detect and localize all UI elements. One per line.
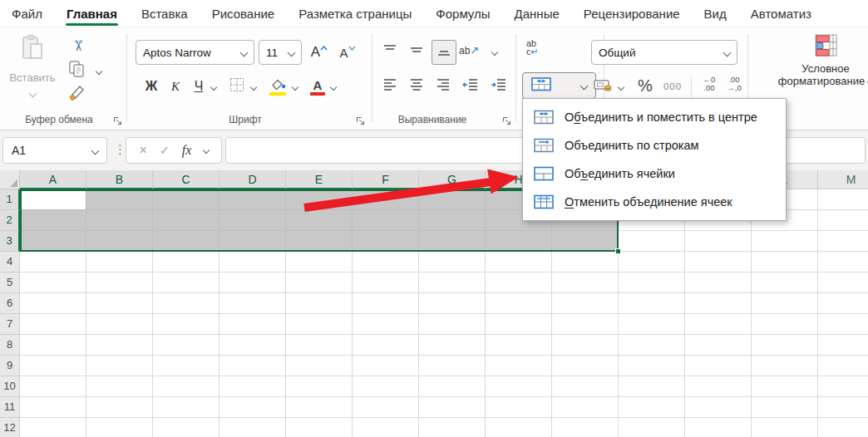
cell-E10[interactable] [286, 376, 353, 397]
name-box[interactable]: A1 [2, 137, 107, 164]
format-painter-button[interactable] [67, 84, 86, 104]
cell-M7[interactable] [818, 314, 868, 335]
cell-C11[interactable] [153, 397, 219, 418]
cell-A4[interactable] [20, 252, 86, 273]
cell-B9[interactable] [86, 356, 153, 376]
italic-button[interactable]: К [166, 76, 185, 97]
cell-A3[interactable] [20, 231, 86, 252]
cell-E9[interactable] [286, 356, 353, 376]
cell-D5[interactable] [219, 273, 286, 293]
cell-K6[interactable] [685, 293, 752, 314]
align-bottom-button[interactable] [432, 40, 456, 65]
tab-insert[interactable]: Вставка [141, 7, 188, 21]
cell-B8[interactable] [86, 335, 153, 356]
align-center-button[interactable] [406, 76, 427, 97]
cell-M9[interactable] [818, 356, 868, 376]
cell-C5[interactable] [153, 273, 219, 293]
percent-style-button[interactable]: % [634, 74, 657, 97]
menu-item-unmerge-cells[interactable]: Отменить объединение ячеек [523, 188, 786, 216]
cell-K11[interactable] [685, 397, 752, 418]
cell-L7[interactable] [752, 314, 818, 335]
cut-button[interactable]: ✂ [68, 36, 88, 56]
cell-D1[interactable] [219, 189, 286, 210]
chevron-down-icon[interactable] [250, 84, 257, 91]
insert-function-button[interactable]: fx [182, 143, 192, 158]
cell-J5[interactable] [619, 273, 685, 293]
cell-B4[interactable] [86, 252, 153, 273]
cell-H6[interactable] [486, 293, 552, 314]
cell-F2[interactable] [353, 210, 419, 231]
cell-I6[interactable] [552, 293, 619, 314]
cell-D9[interactable] [219, 356, 286, 376]
cell-H7[interactable] [486, 314, 552, 335]
cell-F7[interactable] [353, 314, 419, 335]
tab-home[interactable]: Главная [67, 7, 117, 21]
increase-decimal-button[interactable]: ←0 .00 [697, 76, 722, 92]
cell-H11[interactable] [486, 397, 552, 418]
row-header-8[interactable]: 8 [0, 335, 20, 356]
cell-M8[interactable] [818, 335, 868, 356]
cell-F1[interactable] [353, 189, 419, 210]
cell-A2[interactable] [20, 210, 86, 231]
cell-F4[interactable] [353, 252, 419, 273]
cell-M4[interactable] [818, 252, 868, 273]
cell-L9[interactable] [752, 356, 818, 376]
cell-F10[interactable] [353, 376, 419, 397]
cell-C4[interactable] [153, 252, 219, 273]
cell-K4[interactable] [685, 252, 752, 273]
row-header-9[interactable]: 9 [0, 356, 20, 376]
font-dialog-launcher-icon[interactable] [356, 115, 366, 125]
cell-D4[interactable] [219, 252, 286, 273]
cell-K9[interactable] [685, 356, 752, 376]
cell-E8[interactable] [286, 335, 353, 356]
cell-K5[interactable] [685, 273, 752, 293]
cell-I3[interactable] [552, 231, 619, 252]
row-header-11[interactable]: 11 [0, 397, 20, 418]
chevron-down-icon[interactable] [491, 49, 498, 56]
tab-file[interactable]: Файл [12, 7, 42, 21]
cell-M11[interactable] [818, 397, 868, 418]
cell-D2[interactable] [219, 210, 286, 231]
cell-L5[interactable] [752, 273, 818, 293]
cell-J7[interactable] [619, 314, 685, 335]
increase-indent-button[interactable] [487, 76, 509, 97]
cell-H5[interactable] [486, 273, 552, 293]
copy-button[interactable] [67, 61, 86, 81]
cell-G11[interactable] [419, 397, 486, 418]
cell-K8[interactable] [685, 335, 752, 356]
cell-D8[interactable] [219, 335, 286, 356]
cell-A10[interactable] [20, 376, 86, 397]
cell-I9[interactable] [552, 356, 619, 376]
bold-button[interactable]: Ж [141, 76, 161, 97]
cell-M12[interactable] [818, 418, 868, 437]
cell-F9[interactable] [353, 356, 419, 376]
fill-color-button[interactable] [268, 76, 288, 97]
menu-item-merge-cells[interactable]: Объединить ячейки [523, 160, 786, 188]
row-header-7[interactable]: 7 [0, 314, 20, 335]
tab-review[interactable]: Рецензирование [584, 7, 680, 21]
cell-G6[interactable] [419, 293, 486, 314]
cell-I4[interactable] [552, 252, 619, 273]
enter-icon[interactable]: ✓ [160, 143, 170, 158]
number-format-combo[interactable]: Общий [591, 40, 737, 65]
cell-B5[interactable] [86, 273, 153, 293]
borders-button[interactable] [228, 77, 246, 96]
cell-D7[interactable] [219, 314, 286, 335]
cell-B7[interactable] [86, 314, 153, 335]
cell-G5[interactable] [419, 273, 486, 293]
cell-J10[interactable] [619, 376, 685, 397]
cell-H8[interactable] [486, 335, 552, 356]
cell-E7[interactable] [286, 314, 353, 335]
cell-G8[interactable] [419, 335, 486, 356]
menu-item-merge-and-center[interactable]: Объединить и поместить в центре [523, 103, 786, 131]
accounting-format-button[interactable] [592, 76, 614, 96]
cell-G4[interactable] [419, 252, 486, 273]
cell-E5[interactable] [286, 273, 353, 293]
cell-K7[interactable] [685, 314, 752, 335]
cell-L4[interactable] [752, 252, 818, 273]
increase-font-size-button[interactable]: A [308, 41, 331, 64]
cell-F5[interactable] [353, 273, 419, 293]
chevron-down-icon[interactable] [203, 147, 210, 154]
row-header-2[interactable]: 2 [0, 210, 20, 231]
cell-I12[interactable] [552, 418, 619, 437]
